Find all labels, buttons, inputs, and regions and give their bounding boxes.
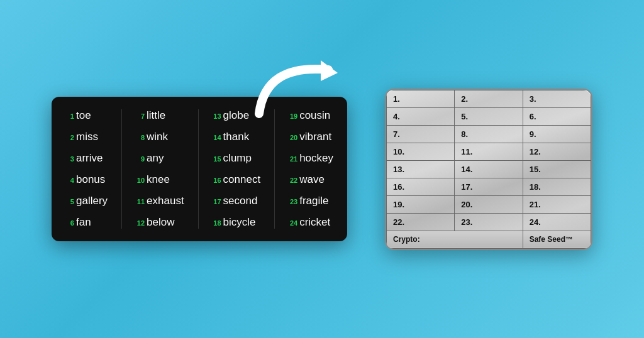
word-number: 13	[213, 112, 221, 120]
footer-row: Crypto:Safe Seed™	[387, 231, 591, 248]
word-text: gallery	[76, 195, 108, 207]
word-text: bicycle	[223, 216, 256, 229]
table-cell: 4.	[387, 107, 455, 125]
word-number: 11	[136, 198, 145, 205]
word-number: 21	[289, 155, 297, 163]
word-item: 17second	[213, 195, 261, 207]
word-number: 8	[136, 134, 145, 141]
word-number: 7	[136, 112, 145, 120]
table-row: 10.11.12.	[387, 143, 591, 160]
table-cell: 3.	[523, 90, 591, 107]
table-cell: 22.	[387, 213, 455, 231]
word-text: exhaust	[147, 195, 184, 207]
table-cell: 7.	[387, 125, 455, 143]
main-container: 1toe2miss3arrive4bonus5gallery6fan7littl…	[52, 89, 592, 250]
word-number: 1	[65, 112, 74, 120]
word-item: 9any	[136, 152, 184, 165]
table-cell: 6.	[523, 107, 591, 125]
table-row: 22.23.24.	[387, 213, 591, 231]
word-item: 6fan	[65, 216, 108, 229]
word-text: knee	[147, 173, 170, 186]
word-text: wink	[147, 131, 168, 143]
word-number: 17	[213, 198, 221, 205]
word-number: 24	[289, 219, 297, 227]
table-cell: 16.	[387, 178, 455, 195]
table-cell: 10.	[387, 143, 455, 160]
table-cell: 8.	[455, 125, 523, 143]
word-number: 2	[65, 134, 74, 141]
word-text: connect	[223, 173, 261, 186]
word-item: 23fragile	[289, 195, 333, 207]
word-number: 5	[65, 198, 74, 205]
table-row: 19.20.21.	[387, 195, 591, 213]
word-text: globe	[223, 109, 250, 122]
word-item: 10knee	[136, 173, 184, 186]
table-cell: 20.	[455, 195, 523, 213]
safe-seed-label: Safe Seed™	[523, 231, 591, 248]
table-cell: 18.	[523, 178, 591, 195]
word-column-3: 13globe14thank15clump16connect17second18…	[199, 109, 275, 229]
arrow-container	[247, 51, 347, 126]
word-item: 3arrive	[65, 152, 108, 165]
word-text: second	[223, 195, 258, 207]
word-number: 9	[136, 155, 145, 163]
word-text: little	[147, 109, 165, 122]
word-number: 10	[136, 177, 145, 184]
table-row: 16.17.18.	[387, 178, 591, 195]
word-column-2: 7little8wink9any10knee11exhaust12below	[122, 109, 199, 229]
word-item: 16connect	[213, 173, 261, 186]
word-text: miss	[76, 131, 98, 143]
table-cell: 5.	[455, 107, 523, 125]
table-cell: 2.	[455, 90, 523, 107]
word-text: below	[147, 216, 174, 229]
table-row: 7.8.9.	[387, 125, 591, 143]
word-item: 21hockey	[289, 152, 333, 165]
word-item: 24cricket	[289, 216, 333, 229]
word-item: 12below	[136, 216, 184, 229]
word-number: 20	[289, 134, 297, 141]
table-cell: 14.	[455, 160, 523, 178]
word-number: 3	[65, 155, 74, 163]
table-cell: 23.	[455, 213, 523, 231]
table-cell: 24.	[523, 213, 591, 231]
word-number: 15	[213, 155, 221, 163]
table-cell: 12.	[523, 143, 591, 160]
word-text: toe	[76, 109, 91, 122]
word-number: 4	[65, 177, 74, 184]
word-number: 23	[289, 198, 297, 205]
word-column-1: 1toe2miss3arrive4bonus5gallery6fan	[52, 109, 122, 229]
word-item: 18bicycle	[213, 216, 261, 229]
word-number: 16	[213, 177, 221, 184]
table-row: 13.14.15.	[387, 160, 591, 178]
word-number: 18	[213, 219, 221, 227]
word-item: 22wave	[289, 173, 333, 186]
table-cell: 1.	[387, 90, 455, 107]
word-text: bonus	[76, 173, 105, 186]
word-text: hockey	[299, 152, 333, 165]
table-cell: 15.	[523, 160, 591, 178]
word-item: 14thank	[213, 131, 261, 143]
word-item: 4bonus	[65, 173, 108, 186]
word-column-4: 19cousin20vibrant21hockey22wave23fragile…	[275, 109, 347, 229]
table-cell: 19.	[387, 195, 455, 213]
word-text: thank	[223, 131, 250, 143]
table-cell: 17.	[455, 178, 523, 195]
word-item: 1toe	[65, 109, 108, 122]
word-item: 2miss	[65, 131, 108, 143]
word-text: wave	[299, 173, 325, 186]
crypto-label: Crypto:	[387, 231, 523, 248]
word-item: 20vibrant	[289, 131, 333, 143]
word-number: 22	[289, 177, 297, 184]
word-text: cricket	[299, 216, 330, 229]
table-cell: 11.	[455, 143, 523, 160]
table-row: 4.5.6.	[387, 107, 591, 125]
word-number: 14	[213, 134, 221, 141]
word-text: vibrant	[299, 131, 331, 143]
word-item: 7little	[136, 109, 184, 122]
word-number: 6	[65, 219, 74, 227]
word-number: 12	[136, 219, 145, 227]
word-item: 8wink	[136, 131, 184, 143]
word-item: 15clump	[213, 152, 261, 165]
metal-table: 1.2.3.4.5.6.7.8.9.10.11.12.13.14.15.16.1…	[386, 90, 591, 249]
word-text: fragile	[299, 195, 328, 207]
